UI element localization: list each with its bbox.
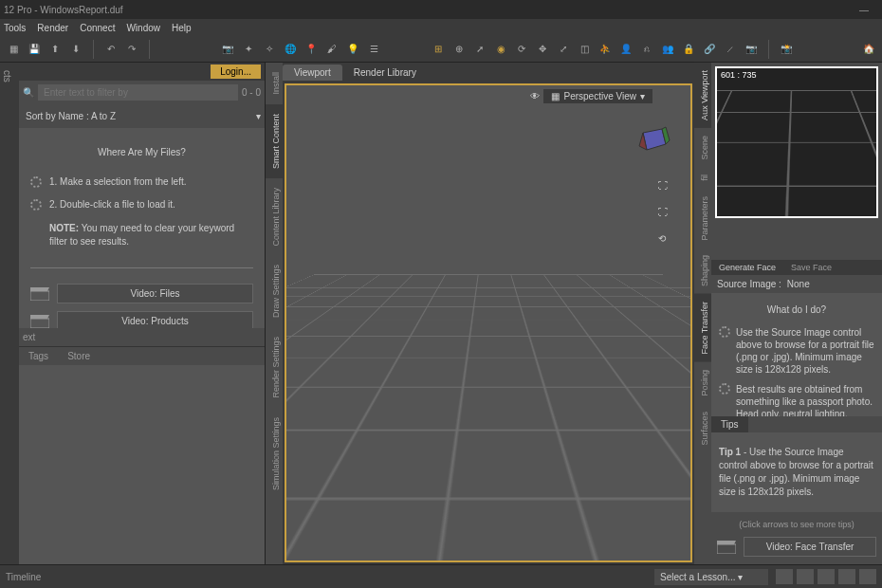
menu-connect[interactable]: Connect [80, 23, 115, 33]
lesson-dropdown[interactable]: Select a Lesson... ▾ [654, 569, 768, 585]
face-transfer-content: What do I do? Use the Source Image contr… [711, 293, 882, 416]
grid-floor [285, 274, 692, 562]
prev-lesson-icon[interactable] [776, 569, 793, 584]
vtab-draw-settings[interactable]: Draw Settings [266, 255, 283, 327]
tip-1-label: Tip 1 [719, 447, 741, 457]
content-panel: Login... 🔍 0 - 0 Sort by Name : A to Z ▾… [19, 63, 266, 564]
menu-help[interactable]: Help [172, 23, 192, 33]
import-icon[interactable]: ⬆ [46, 40, 64, 59]
chevron-down-icon[interactable]: ▾ [256, 111, 261, 121]
vtab-install[interactable]: Install [266, 63, 283, 104]
list-icon[interactable]: ☰ [364, 40, 383, 59]
vtab-content-library[interactable]: Content Library [266, 178, 283, 256]
svg-rect-1 [30, 319, 49, 328]
scale-icon[interactable]: ⤢ [554, 40, 573, 59]
filter-input[interactable] [38, 84, 238, 101]
click-arrows-hint: (Click arrows to see more tips) [711, 520, 882, 529]
sparkle-icon[interactable]: ✦ [239, 40, 258, 59]
vtab-simulation-settings[interactable]: Simulation Settings [266, 408, 283, 500]
vtab-fil[interactable]: fil [694, 167, 711, 189]
next-lesson-icon[interactable] [818, 569, 835, 584]
cursor-icon[interactable]: ➚ [470, 40, 489, 59]
chevron-down-icon: ▾ [640, 91, 645, 101]
tab-tips[interactable]: Tips [711, 416, 748, 432]
aux-viewport[interactable]: 601 : 735 [715, 66, 878, 218]
lock-icon[interactable]: 🔒 [679, 40, 698, 59]
camera-add-icon[interactable]: 📷 [218, 40, 237, 59]
target-icon[interactable]: ⊕ [450, 40, 469, 59]
minimize-icon[interactable]: — [859, 5, 869, 15]
render-camera-icon[interactable]: 📸 [777, 40, 796, 59]
main-viewport[interactable]: 👁 ▦ Perspective View ▾ ⛶ ⛶ ⟲ [285, 83, 692, 562]
stop-lesson-icon[interactable] [838, 569, 855, 584]
joint-icon[interactable]: ⎌ [637, 40, 656, 59]
tab-render-library[interactable]: Render Library [342, 64, 428, 81]
pose-icon[interactable]: ⛹ [596, 40, 615, 59]
vtab-aux-viewport[interactable]: Aux Viewport [694, 63, 711, 128]
fullscreen-icon[interactable]: ⛶ [658, 207, 675, 224]
export-icon[interactable]: ⬇ [66, 40, 85, 59]
left-dock-tab[interactable]: cts [0, 63, 19, 90]
link-icon[interactable]: 🔗 [700, 40, 719, 59]
menu-window[interactable]: Window [126, 23, 160, 33]
grid-icon[interactable]: ⊞ [429, 40, 448, 59]
source-image-value[interactable]: None [787, 279, 810, 289]
vtab-surfaces[interactable]: Surfaces [694, 404, 711, 453]
rotate-icon[interactable]: ⟳ [512, 40, 531, 59]
spinner-icon [30, 199, 42, 211]
timeline-label[interactable]: Timeline [6, 572, 41, 582]
what-do-i-do-title: What do I do? [719, 304, 874, 315]
play-lesson-icon[interactable] [797, 569, 814, 584]
login-button[interactable]: Login... [211, 64, 261, 79]
vtab-posing[interactable]: Posing [694, 362, 711, 404]
right-vert-tabs: Aux Viewport Scene fil Parameters Shapin… [694, 63, 711, 564]
home-icon[interactable]: 🏠 [859, 40, 878, 59]
undo-icon[interactable]: ↶ [101, 40, 120, 59]
tab-generate-face[interactable]: Generate Face [711, 260, 783, 275]
right-panel: 601 : 735 Generate Face Save Face Source… [711, 63, 882, 564]
menu-render[interactable]: Render [37, 23, 68, 33]
note-label: NOTE: [49, 223, 79, 233]
vtab-smart-content[interactable]: Smart Content [266, 104, 283, 178]
eye-icon[interactable]: 👁 [530, 91, 540, 101]
globe-icon[interactable]: 🌐 [281, 40, 300, 59]
view-mode-dropdown[interactable]: ▦ Perspective View ▾ [543, 89, 652, 103]
people-icon[interactable]: 👥 [658, 40, 677, 59]
view-cube[interactable] [634, 123, 671, 161]
vtab-render-settings[interactable]: Render Settings [266, 327, 283, 408]
wand-icon[interactable]: ✧ [260, 40, 279, 59]
pin-icon[interactable]: 📍 [302, 40, 321, 59]
svg-rect-0 [30, 291, 49, 301]
spinner-icon [30, 176, 42, 188]
vtab-scene[interactable]: Scene [694, 128, 711, 168]
bone-icon[interactable]: ⟋ [721, 40, 740, 59]
tab-viewport[interactable]: Viewport [283, 64, 342, 81]
video-products-button[interactable]: Video: Products [57, 311, 253, 328]
tab-save-face[interactable]: Save Face [783, 260, 839, 275]
video-face-transfer-button[interactable]: Video: Face Transfer [744, 537, 876, 557]
vtab-shaping[interactable]: Shaping [694, 248, 711, 294]
bullet-1: Use the Source Image control above to br… [736, 326, 874, 376]
new-file-icon[interactable]: ▦ [4, 40, 23, 59]
video-files-button[interactable]: Video: Files [57, 284, 253, 303]
redo-icon[interactable]: ↷ [122, 40, 141, 59]
sort-dropdown[interactable]: Sort by Name : A to Z [23, 108, 256, 124]
tab-store[interactable]: Store [58, 347, 100, 365]
titlebar: 12 Pro - WindowsReport.duf — [0, 0, 882, 19]
snapshot-icon[interactable]: 📷 [742, 40, 761, 59]
shear-icon[interactable]: ◫ [575, 40, 594, 59]
brush-icon[interactable]: 🖌 [322, 40, 341, 59]
lasso-icon[interactable]: ◉ [491, 40, 510, 59]
step-1: 1. Make a selection from the left. [49, 176, 187, 187]
figure-icon[interactable]: 👤 [616, 40, 635, 59]
menu-tools[interactable]: Tools [4, 23, 26, 33]
reset-view-icon[interactable]: ⟲ [658, 233, 675, 250]
repeat-lesson-icon[interactable] [859, 569, 876, 584]
tab-tags[interactable]: Tags [19, 347, 58, 365]
frame-icon[interactable]: ⛶ [658, 180, 675, 197]
light-icon[interactable]: 💡 [343, 40, 362, 59]
move-icon[interactable]: ✥ [533, 40, 552, 59]
vtab-face-transfer[interactable]: Face Transfer [694, 294, 711, 362]
vtab-parameters[interactable]: Parameters [694, 189, 711, 248]
save-icon[interactable]: 💾 [25, 40, 44, 59]
